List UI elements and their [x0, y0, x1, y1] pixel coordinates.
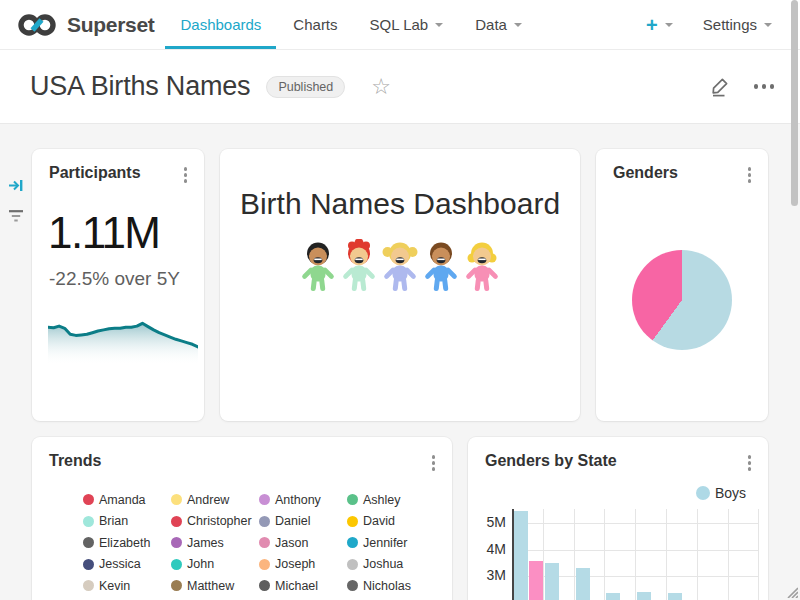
settings-menu[interactable]: Settings	[703, 16, 772, 33]
banner-title: Birth Names Dashboard	[220, 187, 580, 221]
nav-item-charts[interactable]: Charts	[277, 0, 353, 49]
kid-illustration-3	[381, 239, 419, 293]
legend-item-amanda[interactable]: Amanda	[83, 493, 171, 507]
published-badge[interactable]: Published	[266, 76, 345, 98]
genders-pie-chart	[632, 250, 732, 350]
bar-boys	[576, 568, 590, 600]
legend-dot	[259, 516, 270, 527]
nav-right: + Settings	[646, 0, 772, 49]
legend-label: Jennifer	[363, 536, 407, 550]
header-actions	[710, 76, 775, 97]
legend-item-daniel[interactable]: Daniel	[259, 514, 347, 528]
card-title: Genders by State	[485, 452, 617, 470]
legend-dot	[347, 537, 358, 548]
edit-dashboard-button[interactable]	[710, 76, 730, 97]
legend-item-jason[interactable]: Jason	[259, 536, 347, 550]
legend-item-james[interactable]: James	[171, 536, 259, 550]
nav-item-label: SQL Lab	[370, 16, 429, 33]
legend-dot	[83, 537, 94, 548]
legend-label: James	[187, 536, 224, 550]
legend-label: Nicholas	[363, 579, 411, 593]
expand-right-icon	[7, 177, 24, 194]
dashboard-canvas: Participants 1.11M -22.5% over 5Y Birth …	[0, 149, 800, 600]
legend-dot	[83, 494, 94, 505]
legend-item-brian[interactable]: Brian	[83, 514, 171, 528]
legend-item-nicholas[interactable]: Nicholas	[347, 579, 435, 593]
bar-boys	[545, 563, 559, 600]
legend-item-andrew[interactable]: Andrew	[171, 493, 259, 507]
legend-dot	[83, 516, 94, 527]
bar-boys	[668, 593, 682, 600]
legend-dot	[347, 559, 358, 570]
legend-item-david[interactable]: David	[347, 514, 435, 528]
nav-item-sql-lab[interactable]: SQL Lab	[354, 0, 460, 49]
legend-item-ashley[interactable]: Ashley	[347, 493, 435, 507]
participants-big-number: 1.11M	[48, 210, 204, 256]
legend-label: Matthew	[187, 579, 234, 593]
header-ellipsis-menu[interactable]	[754, 80, 775, 93]
legend-label: Jason	[275, 536, 308, 550]
legend-label: Joseph	[275, 557, 315, 571]
gbs-legend-boys[interactable]: Boys	[696, 485, 746, 501]
card-menu-kebab[interactable]	[744, 164, 756, 186]
legend-label: Anthony	[275, 493, 321, 507]
legend-item-jessica[interactable]: Jessica	[83, 557, 171, 571]
legend-dot	[171, 516, 182, 527]
legend-label: Michael	[275, 579, 318, 593]
card-menu-kebab[interactable]	[428, 452, 440, 474]
chevron-down-icon	[435, 23, 443, 27]
legend-item-anthony[interactable]: Anthony	[259, 493, 347, 507]
legend-item-elizabeth[interactable]: Elizabeth	[83, 536, 171, 550]
card-title: Participants	[49, 164, 141, 182]
nav-item-data[interactable]: Data	[459, 0, 538, 49]
legend-label: John	[187, 557, 214, 571]
resize-handle[interactable]	[784, 584, 798, 598]
dashboard-header: USA Births Names Published ☆	[0, 50, 800, 124]
gbs-plot: 5M4M3M	[482, 509, 762, 600]
legend-dot	[171, 580, 182, 591]
card-menu-kebab[interactable]	[744, 452, 756, 474]
chevron-down-icon	[665, 23, 673, 27]
card-title: Genders	[613, 164, 678, 182]
trends-card: Trends AmandaAndrewAnthonyAshleyBrianChr…	[32, 437, 452, 600]
brand-name: Superset	[67, 13, 154, 37]
legend-dot	[259, 580, 270, 591]
bar-boys	[606, 593, 620, 600]
nav-item-label: Charts	[293, 16, 337, 33]
expand-filter-bar-button[interactable]	[7, 177, 24, 194]
legend-item-joshua[interactable]: Joshua	[347, 557, 435, 571]
superset-logo[interactable]: Superset	[16, 0, 154, 49]
gridline	[512, 550, 759, 551]
legend-item-kevin[interactable]: Kevin	[83, 579, 171, 593]
legend-label: Elizabeth	[99, 536, 150, 550]
new-button[interactable]: +	[646, 15, 673, 35]
legend-item-jennifer[interactable]: Jennifer	[347, 536, 435, 550]
gridline	[512, 523, 759, 524]
scrollbar-thumb[interactable]	[791, 0, 798, 206]
kid-illustration-2	[340, 239, 378, 293]
legend-label: Jessica	[99, 557, 141, 571]
legend-item-john[interactable]: John	[171, 557, 259, 571]
legend-item-michael[interactable]: Michael	[259, 579, 347, 593]
legend-item-christopher[interactable]: Christopher	[171, 514, 259, 528]
banner-card: Birth Names Dashboard	[220, 149, 580, 421]
legend-item-matthew[interactable]: Matthew	[171, 579, 259, 593]
plus-icon: +	[646, 15, 658, 35]
legend-label: Andrew	[187, 493, 229, 507]
legend-dot	[83, 580, 94, 591]
y-axis-tick: 5M	[482, 514, 506, 530]
nav-item-dashboards[interactable]: Dashboards	[164, 0, 277, 49]
legend-label: Ashley	[363, 493, 401, 507]
legend-item-joseph[interactable]: Joseph	[259, 557, 347, 571]
participants-trend-subtitle: -22.5% over 5Y	[49, 268, 204, 290]
legend-dot	[259, 559, 270, 570]
chevron-down-icon	[764, 23, 772, 27]
nav-menu: DashboardsChartsSQL LabData	[164, 0, 537, 49]
genders-by-state-card: Genders by State Boys 5M4M3M	[468, 437, 768, 600]
favorite-star-icon[interactable]: ☆	[371, 76, 391, 98]
card-menu-kebab[interactable]	[180, 164, 192, 186]
legend-dot	[347, 580, 358, 591]
chevron-down-icon	[514, 23, 522, 27]
legend-dot	[171, 559, 182, 570]
legend-label: Boys	[715, 485, 746, 501]
